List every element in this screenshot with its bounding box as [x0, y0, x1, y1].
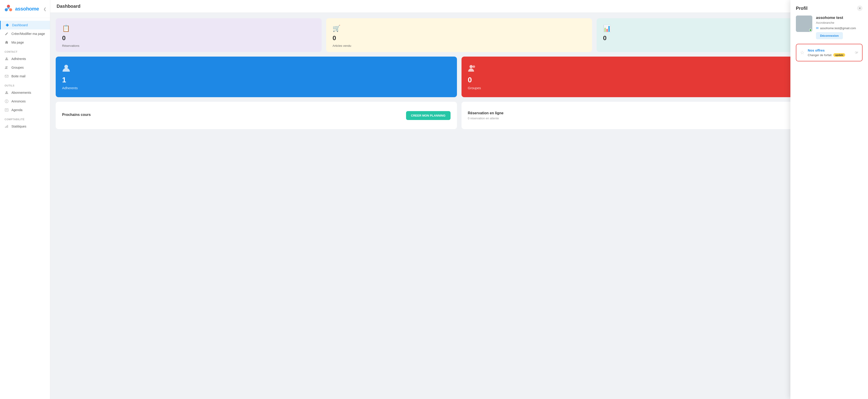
- adherents-big-value: 1: [62, 76, 451, 84]
- group-icon: [5, 65, 9, 70]
- assohome-logo-icon: [4, 4, 13, 14]
- email-icon: ✉: [816, 26, 819, 30]
- main-header: Dashboard: [50, 0, 868, 13]
- sidebar-item-agenda[interactable]: Agenda: [0, 106, 50, 114]
- svg-point-3: [7, 7, 9, 9]
- svg-point-7: [7, 66, 8, 68]
- sidebar-item-label: Statitiques: [11, 125, 26, 128]
- prochains-cours-card: Prochains cours CREER MON PLANNING: [56, 102, 457, 129]
- sidebar: assohome ❮ Dashboard Créer/Modifier ma p…: [0, 0, 50, 399]
- articles-value: 0: [333, 34, 586, 42]
- stats-row: 📋 0 Réservations 🛒 0 Articles vendu 📊 0: [56, 18, 863, 52]
- sidebar-item-annonces[interactable]: Annonces: [0, 97, 50, 106]
- sidebar-item-ma-page[interactable]: Ma page: [0, 38, 50, 47]
- articles-label: Articles vendu: [333, 44, 586, 47]
- sidebar-item-label: Dashboard: [12, 23, 28, 27]
- section-contact: CONTACT: [0, 47, 50, 55]
- sidebar-item-statistiques[interactable]: Statitiques: [0, 122, 50, 131]
- logout-button[interactable]: Déconnexion: [816, 32, 843, 39]
- svg-point-1: [5, 8, 8, 11]
- profile-avatar: [796, 15, 812, 32]
- profile-close-button[interactable]: ×: [857, 5, 863, 11]
- sidebar-item-dashboard[interactable]: Dashboard: [0, 21, 50, 29]
- svg-rect-16: [5, 127, 6, 128]
- svg-point-6: [5, 66, 7, 68]
- adherents-big-label: Adherents: [62, 86, 451, 90]
- offers-subtitle-row: Changer de forfait update: [808, 53, 845, 57]
- hand-cursor-icon: ☞: [855, 50, 859, 55]
- profile-panel-title: Profil: [796, 6, 807, 11]
- bottom-cards-row: Prochains cours CREER MON PLANNING Réser…: [56, 102, 863, 129]
- reservations-value: 0: [62, 34, 315, 42]
- chart-icon: [5, 124, 9, 128]
- offers-card[interactable]: ☆ Nos offres Changer de forfait update ☞: [796, 44, 863, 61]
- sidebar-item-label: Boite mail: [11, 74, 25, 78]
- articles-icon: 🛒: [333, 25, 586, 32]
- reservations-icon: 📋: [62, 25, 315, 32]
- svg-point-21: [472, 65, 475, 68]
- sidebar-item-label: Adhérents: [11, 57, 26, 61]
- page-title: Dashboard: [57, 4, 862, 9]
- reservation-en-ligne-subtitle: 0 réservation en attente: [468, 117, 504, 120]
- sidebar-item-label: Annonces: [11, 99, 26, 103]
- prochains-cours-title: Prochains cours: [62, 113, 91, 117]
- sidebar-item-create-page[interactable]: Créer/Modifier ma page: [0, 29, 50, 38]
- sidebar-item-adherents[interactable]: Adhérents: [0, 55, 50, 63]
- sidebar-item-label: Créer/Modifier ma page: [11, 32, 45, 36]
- profile-role: Accrobranche: [816, 21, 856, 24]
- sidebar-item-label: Ma page: [11, 41, 24, 44]
- diamond-icon: [5, 23, 9, 27]
- reservation-en-ligne-info: Réservation en ligne 0 réservation en at…: [468, 111, 504, 120]
- edit-icon: [5, 32, 9, 36]
- profile-panel-header: Profil ×: [796, 5, 863, 11]
- svg-point-20: [469, 65, 473, 68]
- home-icon: [5, 40, 9, 44]
- section-outils: OUTILS: [0, 80, 50, 88]
- sidebar-item-abonnements[interactable]: Abonnements: [0, 88, 50, 97]
- svg-point-2: [9, 8, 12, 11]
- svg-rect-18: [7, 125, 8, 128]
- logo-text: assohome: [15, 6, 39, 12]
- svg-rect-8: [5, 75, 8, 77]
- reservation-en-ligne-title: Réservation en ligne: [468, 111, 504, 115]
- adherents-big-icon: [62, 64, 451, 74]
- svg-rect-17: [6, 126, 7, 128]
- profile-user-section: assohome test Accrobranche ✉ assohome.te…: [796, 15, 863, 39]
- profile-panel: Profil × assohome test Accrobranche ✉ as…: [790, 0, 868, 399]
- star-icon: ☆: [800, 50, 805, 56]
- sidebar-item-groupes[interactable]: Groupes: [0, 63, 50, 72]
- sidebar-logo: assohome ❮: [0, 0, 50, 18]
- stat-card-articles: 🛒 0 Articles vendu: [326, 18, 592, 52]
- create-planning-button[interactable]: CREER MON PLANNING: [406, 111, 451, 120]
- sidebar-item-label: Groupes: [11, 66, 24, 69]
- person-card-icon: [5, 91, 9, 95]
- offers-subtitle: Changer de forfait: [808, 54, 832, 57]
- inbox-icon: [5, 74, 9, 78]
- sidebar-nav: Dashboard Créer/Modifier ma page Ma page…: [0, 18, 50, 133]
- sidebar-item-boite-mail[interactable]: Boite mail: [0, 72, 50, 80]
- offers-update-badge: update: [833, 53, 845, 57]
- offers-info: Nos offres Changer de forfait update: [808, 48, 845, 57]
- svg-point-19: [64, 65, 68, 68]
- adherents-big-card: 1 Adherents: [56, 57, 457, 97]
- svg-marker-4: [6, 24, 9, 27]
- sidebar-item-label: Agenda: [11, 108, 22, 112]
- profile-info: assohome test Accrobranche ✉ assohome.te…: [816, 15, 856, 39]
- svg-rect-13: [5, 109, 8, 111]
- sidebar-collapse-button[interactable]: ❮: [43, 7, 46, 11]
- person-icon: [5, 57, 9, 61]
- profile-email-row: ✉ assohome.test@gmail.com: [816, 26, 856, 30]
- prochains-cours-info: Prochains cours: [62, 113, 91, 118]
- stat-card-reservations: 📋 0 Réservations: [56, 18, 321, 52]
- main-content-area: Dashboard 📋 0 Réservations 🛒 0 Articles …: [50, 0, 868, 399]
- dashboard-content: 📋 0 Réservations 🛒 0 Articles vendu 📊 0: [50, 13, 868, 399]
- svg-point-12: [6, 102, 7, 102]
- exclamation-icon: [5, 99, 9, 103]
- offers-title: Nos offres: [808, 48, 845, 52]
- profile-username: assohome test: [816, 15, 856, 20]
- reservations-label: Réservations: [62, 44, 315, 47]
- list-icon: [5, 108, 9, 112]
- sidebar-item-label: Abonnements: [11, 91, 31, 94]
- online-indicator: [809, 29, 812, 31]
- big-cards-row: 1 Adherents 0 Groupes: [56, 57, 863, 97]
